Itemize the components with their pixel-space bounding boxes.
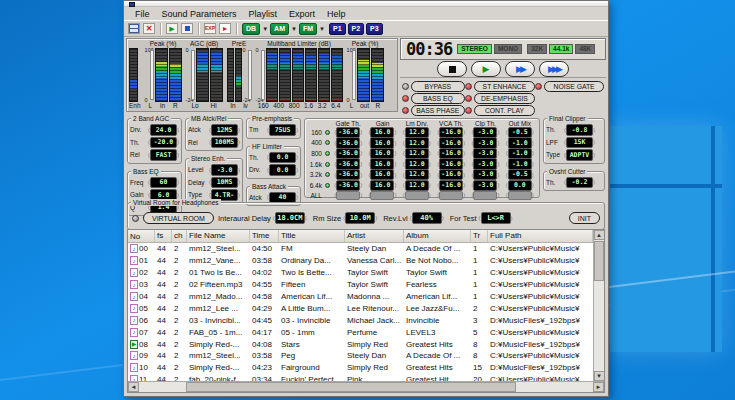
value-box-th[interactable]: -20.0 — [150, 137, 177, 149]
delete-icon[interactable]: ✕ — [143, 23, 155, 34]
play-tool-button[interactable]: ▶ — [166, 23, 178, 34]
fast-forward-x2-button[interactable]: ▶▶▶ — [539, 61, 569, 77]
playlist-row[interactable]: ♪10442Simply Red-...04:23FairgroundSimpl… — [128, 362, 593, 374]
export-file-icon[interactable] — [219, 23, 231, 34]
st-enhance-button[interactable]: ST ENHANCE — [474, 81, 536, 92]
bypass-button[interactable]: BYPASS — [411, 81, 465, 92]
preset-db-button[interactable]: DB — [242, 23, 260, 35]
green-led — [325, 162, 330, 167]
value-box-rel[interactable]: FAST — [150, 149, 177, 161]
program-p3-button[interactable]: P3 — [366, 23, 383, 35]
col-header-title[interactable]: Title — [279, 230, 345, 242]
value-box-drv[interactable]: 24.0 — [150, 124, 177, 136]
col-header-time[interactable]: Time — [250, 230, 279, 242]
playlist-row[interactable]: ♪05442mm12_Lee ...04:29A Little Bum...Le… — [128, 302, 593, 314]
spinner: -3.0 — [471, 180, 499, 192]
export-text-icon[interactable]: EXP — [204, 23, 216, 34]
menu-sound-parameters[interactable]: Sound Parameters — [157, 9, 242, 19]
playlist-row[interactable]: ♪01442mm12_Vane...03:58Ordinary Da...Van… — [128, 255, 593, 267]
grid-value-6-4k-5[interactable]: 0.0 — [508, 180, 532, 192]
grid-value-6-4k-2[interactable]: 12.0 — [405, 180, 429, 192]
col-header-tr[interactable]: Tr — [471, 230, 488, 242]
meter-caption-label: 160 — [258, 102, 269, 110]
col-header-artist[interactable]: Artist — [345, 230, 404, 242]
playlist-row[interactable]: ♪11442fab_20-pink-f...03:34Fuckin' Perfe… — [128, 374, 593, 381]
horizontal-scroll-thumb[interactable] — [186, 382, 516, 392]
window-titlebar[interactable] — [124, 1, 608, 7]
field-label: LPF — [546, 139, 563, 146]
track-number: 06 — [139, 316, 148, 325]
value-box-th[interactable]: 0.0 — [269, 152, 296, 164]
stop-tool-button[interactable] — [181, 23, 193, 34]
menu-playlist[interactable]: Playlist — [244, 9, 283, 19]
menu-help[interactable]: Help — [322, 9, 351, 19]
noise-gate-button[interactable]: NOISE GATE — [544, 81, 604, 92]
col-header-album[interactable]: Album — [404, 230, 471, 242]
grid-value-6-4k-4[interactable]: -3.0 — [473, 180, 497, 192]
value-box-rev-lvl[interactable]: 40% — [412, 212, 442, 224]
preset-am-dropdown-icon[interactable]: ▼ — [291, 26, 297, 32]
field-pre-emphasis-tm: Tm75US — [249, 124, 298, 136]
program-p1-button[interactable]: P1 — [329, 23, 346, 35]
spinner: -20.0 — [148, 137, 179, 149]
value-box-th[interactable]: -0.8 — [566, 124, 593, 136]
cell-title: 05 - 1mm — [279, 328, 345, 337]
playlist-window-icon[interactable] — [128, 23, 140, 34]
value-box-for-test[interactable]: L<>R — [481, 212, 511, 224]
bass-eq-button[interactable]: BASS EQ — [411, 93, 465, 104]
playlist-row[interactable]: ♪04442mm12_Mado...04:58American Lif...Ma… — [128, 291, 593, 303]
playlist-row[interactable]: ♪0344202 Fifteen.mp304:55FifteenTaylor S… — [128, 279, 593, 291]
fast-forward-button[interactable]: ▶▶ — [505, 61, 535, 77]
value-box-type[interactable]: ADPTV — [566, 149, 593, 161]
value-box-drv[interactable]: 0.0 — [269, 164, 296, 176]
grid-value-6-4k-3[interactable]: -16.0 — [439, 180, 463, 192]
col-header-full-path[interactable]: Full Path — [488, 230, 593, 242]
value-box-rm-size[interactable]: 10.0M — [345, 212, 375, 224]
menu-export[interactable]: Export — [284, 9, 320, 19]
value-box-level[interactable]: -3.0 — [211, 164, 238, 176]
scroll-left-arrow[interactable]: ◄ — [128, 382, 139, 392]
horizontal-scrollbar[interactable]: ◄ ► — [128, 381, 604, 392]
stop-button[interactable] — [437, 61, 467, 77]
playlist-row[interactable]: ▶08442Simply Red-...04:08StarsSimply Red… — [128, 338, 593, 350]
meter-segment — [267, 53, 277, 62]
scroll-down-arrow[interactable]: ▼ — [594, 371, 605, 381]
grid-value-6-4k-1[interactable]: 16.0 — [370, 180, 394, 192]
col-header-ch[interactable]: ch — [172, 230, 187, 242]
value-box-lpf[interactable]: 15K — [566, 137, 593, 149]
vertical-scrollbar[interactable]: ▲ ▼ — [593, 230, 604, 381]
cell-artist: Lee Ritenour... — [345, 304, 404, 313]
col-header-file-name[interactable]: File Name — [187, 230, 250, 242]
preset-am-button[interactable]: AM — [270, 23, 289, 35]
band-led-slot — [323, 183, 331, 188]
playlist-row[interactable]: ♪00442mm12_Steel...04:50FMSteely DanA De… — [128, 243, 593, 255]
playlist-row[interactable]: ♪09442mm12_Steel...03:58PegSteely DanA D… — [128, 350, 593, 362]
playlist-row[interactable]: ♪0244201 Two Is Be...04:02Two Is Bette..… — [128, 267, 593, 279]
preset-db-dropdown-icon[interactable]: ▼ — [262, 26, 268, 32]
scroll-right-arrow[interactable]: ► — [593, 382, 604, 392]
col-header-no[interactable]: No — [128, 230, 155, 242]
de-emphasis-button[interactable]: DE-EMPHASIS — [474, 93, 536, 104]
value-box-tm[interactable]: 75US — [269, 124, 296, 136]
value-box-th[interactable]: -0.2 — [566, 177, 593, 189]
col-header-fs[interactable]: fs — [155, 230, 172, 242]
menu-file[interactable]: File — [130, 9, 155, 19]
playlist-row[interactable]: ♪07442FAB_05 - 1m...04:1705 - 1mmPerfume… — [128, 326, 593, 338]
scroll-up-arrow[interactable]: ▲ — [594, 230, 605, 240]
preset-fm-button[interactable]: FM — [299, 23, 317, 35]
grid-value-6-4k-0[interactable]: -36.0 — [336, 180, 360, 192]
value-box-rel[interactable]: 100MS — [211, 137, 238, 149]
program-p2-button[interactable]: P2 — [348, 23, 365, 35]
value-box-delay[interactable]: 10MS — [211, 177, 238, 189]
vertical-scroll-thumb[interactable] — [594, 241, 604, 281]
value-box-freq[interactable]: 60 — [150, 177, 177, 189]
play-button[interactable]: ▶ — [471, 61, 501, 77]
value-box-interaural-delay[interactable]: 18.0CM — [275, 212, 305, 224]
virtual-room-button[interactable]: VIRTUAL ROOM — [143, 212, 214, 224]
green-led — [325, 130, 330, 135]
init-button[interactable]: INIT — [569, 212, 600, 224]
preset-fm-dropdown-icon[interactable]: ▼ — [319, 26, 325, 32]
meter-segment — [306, 55, 316, 63]
playlist-row[interactable]: ♪0644203 - Invincibl...04:4503 - Invinci… — [128, 314, 593, 326]
value-box-atck[interactable]: 12MS — [211, 124, 238, 136]
